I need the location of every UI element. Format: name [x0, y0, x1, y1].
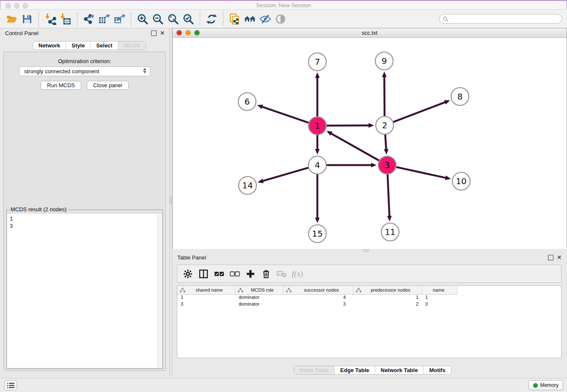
- graph-node-11[interactable]: 11: [381, 223, 399, 241]
- export-image-button[interactable]: [112, 11, 127, 27]
- cell-successor-nodes[interactable]: 4: [284, 295, 353, 301]
- tab-node-table[interactable]: Node Table: [294, 366, 334, 374]
- zoom-out-button[interactable]: [150, 11, 165, 27]
- svg-text:7: 7: [315, 57, 320, 67]
- zoom-fit-button[interactable]: [165, 11, 181, 27]
- graph-node-2[interactable]: 2: [376, 116, 394, 134]
- graph-edge-1-2[interactable]: [327, 125, 369, 126]
- main-toolbar: [0, 10, 567, 28]
- show-column-button[interactable]: [197, 267, 210, 281]
- table-row[interactable]: 1 dominator 4 1 1: [177, 295, 561, 301]
- column-header-mcds-role[interactable]: MCDS role: [235, 286, 284, 295]
- table-row[interactable]: 3 dominator 3 2 3: [177, 301, 561, 308]
- tab-network-table[interactable]: Network Table: [375, 366, 424, 374]
- close-table-panel-icon[interactable]: ✕: [556, 255, 562, 260]
- graph-node-8[interactable]: 8: [451, 88, 469, 105]
- optimization-select[interactable]: strongly connected component: [19, 66, 150, 76]
- graph-node-15[interactable]: 15: [308, 225, 326, 243]
- graph-edge-3-1[interactable]: [330, 133, 379, 161]
- column-header-shared-name[interactable]: shared name: [177, 286, 235, 295]
- graph-edge-arrowhead: [445, 176, 451, 180]
- import-table-icon: [60, 13, 72, 25]
- gear-icon: [183, 269, 193, 279]
- graph-edge-4-14[interactable]: [262, 168, 308, 181]
- result-scrollbar[interactable]: [157, 214, 162, 368]
- cell-mcds-role[interactable]: dominator: [235, 301, 284, 308]
- deselect-all-rows-button[interactable]: [228, 267, 242, 281]
- cell-mcds-role[interactable]: dominator: [235, 295, 284, 301]
- show-all-button[interactable]: [273, 11, 288, 27]
- memory-button[interactable]: Memory: [528, 380, 563, 390]
- control-panel: Control Panel ✕ Network Style Select MCD…: [0, 28, 169, 377]
- tab-style[interactable]: Style: [66, 41, 90, 50]
- tab-select[interactable]: Select: [90, 41, 118, 50]
- graph-node-1[interactable]: 1: [308, 117, 326, 135]
- run-mcds-button[interactable]: Run MCDS: [41, 81, 81, 90]
- column-header-successor-nodes[interactable]: successor nodes: [284, 286, 353, 295]
- function-builder-button[interactable]: f(x): [291, 267, 304, 281]
- graph-node-10[interactable]: 10: [452, 172, 470, 190]
- export-network-button[interactable]: [81, 11, 96, 27]
- search-field[interactable]: [439, 14, 562, 24]
- cell-shared-name[interactable]: 3: [177, 301, 235, 308]
- graph-node-6[interactable]: 6: [238, 93, 256, 110]
- splitter-handle[interactable]: [363, 249, 369, 252]
- select-all-icon: [214, 268, 225, 279]
- network-canvas[interactable]: 1234678910111415: [173, 38, 567, 249]
- import-table-button[interactable]: [58, 11, 73, 27]
- delete-table-button[interactable]: [275, 267, 289, 281]
- first-neighbors-button[interactable]: [242, 11, 258, 27]
- graph-edge-3-10[interactable]: [396, 167, 446, 178]
- hide-selected-button[interactable]: [258, 11, 273, 27]
- open-session-button[interactable]: [4, 11, 19, 27]
- graph-edge-2-3[interactable]: [385, 135, 386, 150]
- float-table-panel-icon[interactable]: [548, 255, 553, 260]
- horizontal-splitter[interactable]: [172, 249, 567, 252]
- search-input[interactable]: [450, 15, 561, 23]
- close-panel-icon[interactable]: ✕: [160, 30, 165, 36]
- tab-edge-table[interactable]: Edge Table: [334, 366, 374, 374]
- cell-predecessor-nodes[interactable]: 1: [353, 295, 422, 301]
- graph-node-4[interactable]: 4: [308, 156, 326, 174]
- save-session-button[interactable]: [19, 11, 35, 27]
- float-panel-icon[interactable]: [151, 30, 157, 36]
- add-button[interactable]: [244, 267, 257, 281]
- zoom-selected-button[interactable]: [181, 11, 196, 27]
- export-table-button[interactable]: [96, 11, 112, 27]
- mcds-result-textarea[interactable]: 1 3: [7, 214, 162, 368]
- tab-motifs[interactable]: Motifs: [423, 366, 451, 374]
- cell-shared-name[interactable]: 1: [177, 295, 235, 301]
- zoom-in-button[interactable]: [135, 11, 150, 27]
- eye-slash-icon: [259, 13, 271, 25]
- import-network-button[interactable]: [43, 11, 58, 27]
- table-settings-button[interactable]: [181, 267, 195, 281]
- cell-predecessor-nodes[interactable]: 2: [353, 301, 422, 308]
- graph-edge-2-8[interactable]: [394, 102, 446, 122]
- split-column-icon: [199, 269, 208, 279]
- graph-node-14[interactable]: 14: [239, 177, 256, 194]
- duplicate-network-button[interactable]: [227, 11, 242, 27]
- network-window-titlebar[interactable]: ✕ − + scc.txt: [173, 28, 567, 38]
- graph-edge-1-6[interactable]: [261, 107, 308, 123]
- graph-edge-2-9[interactable]: [384, 76, 385, 116]
- tab-mcds[interactable]: MCDS: [118, 41, 146, 50]
- select-all-rows-button[interactable]: [212, 267, 226, 281]
- cell-name[interactable]: 1: [422, 295, 457, 301]
- graph-node-3[interactable]: 3: [378, 156, 396, 174]
- save-icon: [22, 14, 33, 25]
- graph-node-9[interactable]: 9: [375, 52, 393, 70]
- task-history-button[interactable]: [4, 380, 17, 390]
- cell-successor-nodes[interactable]: 3: [284, 301, 353, 308]
- cell-name[interactable]: 3: [422, 301, 457, 308]
- graph-node-7[interactable]: 7: [308, 53, 326, 71]
- refresh-button[interactable]: [204, 11, 219, 27]
- splitter-handle[interactable]: [170, 197, 172, 204]
- close-panel-button[interactable]: Close panel: [87, 81, 129, 90]
- vertical-splitter[interactable]: [169, 28, 172, 377]
- column-header-predecessor-nodes[interactable]: predecessor nodes: [353, 286, 422, 295]
- delete-button[interactable]: [259, 267, 273, 281]
- graph-edge-3-11[interactable]: [388, 174, 389, 217]
- column-header-name[interactable]: name: [422, 286, 457, 295]
- toolbar-separator: [131, 12, 131, 26]
- tab-network[interactable]: Network: [33, 41, 66, 50]
